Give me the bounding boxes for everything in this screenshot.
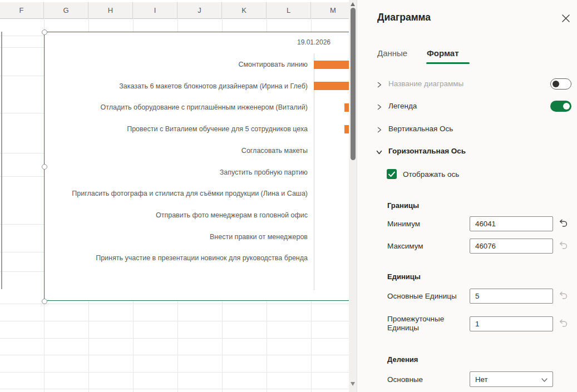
column-gridline bbox=[267, 301, 267, 392]
major-units-input[interactable] bbox=[470, 289, 553, 304]
row-gridline bbox=[0, 321, 349, 321]
tab-format[interactable]: Формат bbox=[427, 48, 459, 58]
column-header-J[interactable]: J bbox=[177, 2, 222, 18]
section-label: Легенда bbox=[388, 102, 417, 110]
axis-tick-label: 19.01.2026 bbox=[297, 38, 331, 46]
scrollbar-thumb[interactable] bbox=[351, 8, 356, 160]
row-gridline bbox=[0, 338, 349, 339]
column-gridline bbox=[133, 18, 134, 32]
column-gridline bbox=[88, 301, 89, 392]
minor-units-label: Промежуточные Единицы bbox=[387, 315, 468, 333]
column-header-F[interactable]: F bbox=[0, 2, 44, 18]
section-row-3[interactable]: Вертикальная Ось bbox=[357, 123, 577, 137]
row-gridline bbox=[0, 389, 349, 389]
column-header-L[interactable]: L bbox=[267, 2, 311, 18]
section-row-1[interactable]: Название диаграммы bbox=[357, 78, 577, 92]
row-gridline bbox=[0, 372, 349, 373]
gantt-chart-object[interactable]: 19.01.2026 Смонтировать линиюЗаказать 6 … bbox=[44, 32, 349, 301]
row-gridline bbox=[0, 153, 44, 153]
row-gridline bbox=[0, 304, 349, 304]
dropdown-value: Нет bbox=[475, 375, 488, 384]
table-border-line bbox=[1, 32, 2, 289]
column-gridline bbox=[222, 18, 223, 32]
task-label: Заказать 6 макетов блокнотов дизайнерам … bbox=[119, 82, 308, 91]
undo-icon[interactable] bbox=[558, 240, 570, 252]
toggle-on[interactable] bbox=[550, 101, 571, 112]
task-label: Отправить фото менеджерам в головной офи… bbox=[156, 211, 308, 220]
chevron-down-icon bbox=[541, 376, 548, 384]
undo-icon[interactable] bbox=[558, 290, 570, 302]
section-row-2[interactable]: Легенда bbox=[357, 101, 577, 114]
column-header-M[interactable]: M bbox=[311, 2, 349, 18]
maximum-input[interactable] bbox=[470, 239, 553, 254]
section-label: Вертикальная Ось bbox=[388, 125, 453, 133]
vertical-scrollbar[interactable] bbox=[349, 0, 357, 392]
row-gridline bbox=[0, 176, 44, 177]
gantt-bar[interactable] bbox=[344, 125, 349, 133]
column-header-K[interactable]: K bbox=[222, 2, 267, 18]
column-header-I[interactable]: I bbox=[133, 2, 177, 18]
column-gridline bbox=[311, 18, 312, 32]
chevron-down-icon bbox=[376, 148, 383, 156]
chevron-right-icon bbox=[376, 126, 383, 133]
column-gridline bbox=[88, 18, 89, 32]
gantt-bar[interactable] bbox=[314, 82, 349, 90]
section-row-4[interactable]: Горизонтальная Ось bbox=[357, 146, 577, 159]
close-icon[interactable] bbox=[561, 13, 573, 26]
section-label: Название диаграммы bbox=[388, 80, 463, 88]
row-gridline bbox=[0, 224, 44, 225]
section-label: Горизонтальная Ось bbox=[388, 147, 466, 155]
undo-icon[interactable] bbox=[558, 217, 570, 230]
task-label: Пригласить фотографа и стилиста для съём… bbox=[72, 190, 308, 198]
column-header-G[interactable]: G bbox=[44, 2, 88, 18]
pane-title: Диаграмма bbox=[377, 12, 431, 23]
column-gridline bbox=[133, 301, 134, 392]
toggle-knob bbox=[553, 81, 559, 87]
major-units-label: Основные Единицы bbox=[387, 292, 468, 301]
column-header-H[interactable]: H bbox=[88, 2, 133, 18]
row-gridline bbox=[0, 47, 44, 48]
column-gridline bbox=[177, 18, 178, 32]
spreadsheet-grid[interactable]: FGHIJKLM 19.01.2026 Смонтировать линиюЗа… bbox=[0, 0, 349, 392]
column-header-band: FGHIJKLM bbox=[0, 2, 349, 19]
row-gridline bbox=[0, 113, 44, 113]
column-gridline bbox=[311, 301, 312, 392]
selection-handle[interactable] bbox=[42, 299, 47, 304]
toggle-knob bbox=[563, 103, 570, 110]
bounds-heading: Границы bbox=[387, 201, 419, 210]
units-heading: Единицы bbox=[387, 272, 421, 281]
excel-window: { "spreadsheet": { "column_headers": ["F… bbox=[0, 0, 577, 392]
minimum-input[interactable] bbox=[470, 216, 553, 231]
minor-units-input[interactable] bbox=[470, 316, 553, 331]
toggle-off[interactable] bbox=[550, 78, 571, 90]
selection-handle[interactable] bbox=[42, 29, 47, 35]
column-gridline bbox=[177, 301, 178, 392]
row-gridline bbox=[0, 36, 44, 36]
task-label: Принять участие в презентации новинок дл… bbox=[96, 254, 308, 262]
major-ticks-label: Основные bbox=[387, 375, 468, 384]
major-ticks-dropdown[interactable]: Нет bbox=[470, 371, 553, 387]
scroll-down-icon[interactable] bbox=[351, 382, 355, 386]
task-label: Провести с Виталием обучение для 5 сотру… bbox=[127, 125, 308, 133]
row-gridline bbox=[0, 252, 44, 252]
task-label: Смонтировать линию bbox=[238, 61, 308, 69]
task-label: Согласовать макеты bbox=[241, 147, 308, 155]
task-label: Запустить пробную партию bbox=[220, 168, 308, 177]
row-gridline bbox=[0, 271, 44, 272]
row-gridline bbox=[0, 76, 44, 76]
active-tab-underline bbox=[426, 62, 470, 64]
tab-data[interactable]: Данные bbox=[377, 48, 407, 58]
gantt-bar[interactable] bbox=[314, 61, 349, 69]
undo-icon[interactable] bbox=[558, 317, 570, 330]
scroll-up-icon[interactable] bbox=[351, 2, 355, 6]
show-axis-checkbox[interactable] bbox=[387, 169, 397, 179]
column-gridline bbox=[222, 301, 223, 392]
selection-handle[interactable] bbox=[42, 164, 47, 170]
row-gridline bbox=[0, 355, 349, 355]
chevron-right-icon bbox=[376, 103, 383, 111]
task-label: Внести правки от менеджеров bbox=[210, 233, 308, 241]
chart-task-pane: Диаграмма Данные Формат Название диаграм… bbox=[357, 0, 577, 392]
show-axis-label: Отображать ось bbox=[403, 170, 459, 178]
gantt-bar[interactable] bbox=[344, 103, 349, 112]
task-label: Отладить оборудование с приглашённым инж… bbox=[101, 103, 308, 112]
